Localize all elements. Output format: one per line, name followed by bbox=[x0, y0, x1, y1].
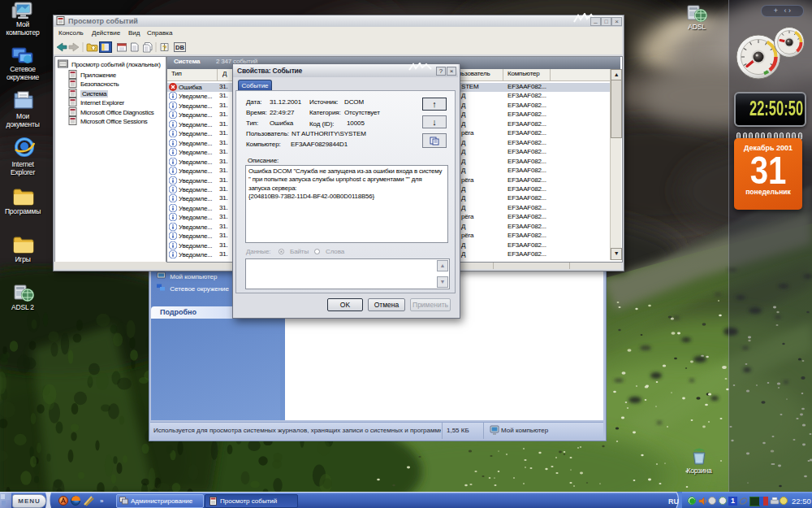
svg-text:DB: DB bbox=[175, 44, 184, 51]
svg-text:?: ? bbox=[162, 44, 167, 52]
